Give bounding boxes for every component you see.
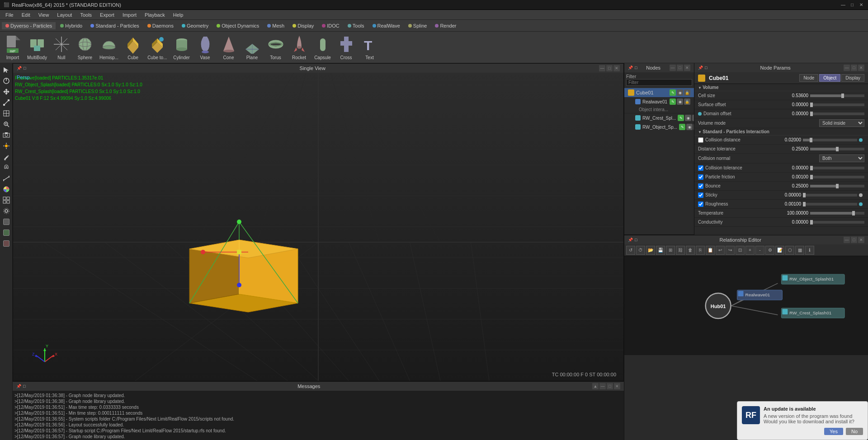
minimize-button[interactable]: —: [840, 2, 846, 8]
np-expand-icon[interactable]: □: [705, 66, 707, 70]
ptool-objdyn[interactable]: Object Dynamics: [213, 22, 263, 29]
param-collision-dist-slider[interactable]: [803, 139, 857, 141]
viewport-close-btn[interactable]: ✕: [613, 65, 620, 71]
menu-file[interactable]: File: [2, 11, 17, 19]
ptool-geometry[interactable]: Geometry: [178, 22, 212, 29]
tool-cone[interactable]: Cone: [220, 34, 238, 60]
tool-plane[interactable]: Plane: [243, 34, 261, 60]
menu-layout[interactable]: Layout: [53, 11, 75, 19]
tool-settings[interactable]: [1, 206, 11, 216]
np-minimize-btn[interactable]: —: [844, 65, 850, 71]
node-crest-edit-btn[interactable]: ✎: [678, 115, 684, 121]
close-button[interactable]: ✕: [858, 2, 864, 8]
tool-scale[interactable]: [1, 98, 11, 108]
node-vis-btn[interactable]: ◉: [677, 89, 683, 96]
rel-canvas[interactable]: Hub01 Realwave01 RW_Object_Splash01 RW: [624, 256, 868, 355]
tool-cubeto[interactable]: Cube to...: [147, 34, 167, 60]
param-sticky-slider[interactable]: [803, 194, 857, 197]
ptool-tools[interactable]: Tools: [344, 22, 368, 29]
rel-minimize-btn[interactable]: —: [844, 237, 850, 243]
menu-playback[interactable]: Playback: [141, 11, 169, 19]
node-rw-crest[interactable]: RW_Crest_Spl... ✎ ◉ 🔒: [624, 113, 694, 122]
menu-export[interactable]: Export: [96, 11, 118, 19]
section-volume[interactable]: Volume: [694, 84, 868, 91]
collision-dist-cb[interactable]: [698, 137, 703, 143]
ptool-realwave[interactable]: RealWave: [369, 22, 404, 29]
node-obj-edit-btn[interactable]: ✎: [679, 124, 685, 130]
param-surface-offset-slider[interactable]: [810, 103, 864, 106]
rel-close-btn[interactable]: ✕: [858, 237, 864, 243]
param-cell-size-slider[interactable]: [810, 94, 864, 97]
particle-friction-cb[interactable]: [698, 174, 703, 180]
rel-tool-open[interactable]: 📂: [646, 246, 655, 255]
ptool-hybrido[interactable]: Hybrido: [57, 22, 86, 29]
collision-tol-cb[interactable]: [698, 165, 703, 171]
messages-close-btn[interactable]: ✕: [614, 383, 620, 389]
tool-cylinder[interactable]: Cylinder: [173, 34, 191, 60]
volume-mode-select[interactable]: Solid inside Solid outside: [819, 119, 864, 127]
roughness-cb[interactable]: [698, 201, 703, 207]
messages-scroll-up[interactable]: ▲: [592, 383, 599, 389]
tool-grid[interactable]: [1, 195, 11, 205]
menu-help[interactable]: Help: [170, 11, 187, 19]
tool-paint[interactable]: [1, 152, 11, 162]
tool-import[interactable]: IMP Import: [4, 34, 22, 60]
tool-cube[interactable]: Cube: [124, 34, 142, 60]
rel-tool-zoom-in[interactable]: +: [745, 246, 755, 255]
tool-light[interactable]: [1, 141, 11, 151]
tool-vase[interactable]: Vase: [196, 34, 214, 60]
nodes-close-btn[interactable]: ✕: [684, 65, 690, 71]
menu-edit[interactable]: Edit: [18, 11, 34, 19]
tool-cross[interactable]: Cross: [337, 34, 355, 60]
node-realwave01[interactable]: Realwave01 ✎ ◉ 🔒: [624, 97, 694, 106]
tool-magnet[interactable]: [1, 163, 11, 173]
node-obj-lock-btn[interactable]: 🔒: [693, 124, 694, 130]
sticky-cb[interactable]: [698, 192, 703, 198]
rel-tool-zoom-out[interactable]: -: [755, 246, 764, 255]
tool-measure[interactable]: [1, 173, 11, 183]
rel-tool-cursor[interactable]: ↺: [626, 246, 635, 255]
param-particle-friction-slider[interactable]: [810, 176, 864, 178]
viewport-minimize-btn[interactable]: —: [599, 65, 605, 71]
param-coll-tol-slider[interactable]: [810, 167, 864, 169]
np-expand-btn[interactable]: □: [851, 65, 857, 71]
messages-content[interactable]: >[12/May/2019 01:36:38] - Graph node lib…: [13, 391, 624, 440]
rel-tool-delete[interactable]: 🗑: [686, 246, 695, 255]
node-crest-lock-btn[interactable]: 🔒: [692, 115, 694, 121]
rel-tool-zoom-fit[interactable]: ⊡: [736, 246, 745, 255]
rel-tool-options[interactable]: ⚙: [765, 246, 774, 255]
node-rw-lock-btn[interactable]: 🔒: [684, 98, 690, 105]
np-tab-node[interactable]: Node: [799, 74, 818, 82]
param-domain-offset-slider[interactable]: [810, 112, 864, 115]
node-crest-vis-btn[interactable]: ◉: [685, 115, 691, 121]
node-edit-btn[interactable]: ✎: [670, 89, 676, 96]
tool-torus[interactable]: Torus: [267, 34, 285, 60]
rel-expand-icon[interactable]: □: [635, 238, 637, 242]
ptool-daemons[interactable]: Daemons: [144, 22, 177, 29]
tool-color[interactable]: [1, 184, 11, 194]
rel-tool-save[interactable]: 💾: [656, 246, 665, 255]
param-bounce-slider[interactable]: [810, 185, 864, 187]
rel-tool-script[interactable]: 📝: [775, 246, 784, 255]
tool-text[interactable]: T Text: [361, 34, 379, 60]
viewport[interactable]: 📌 □ Single View — □ ✕: [13, 63, 624, 381]
menu-tools[interactable]: Tools: [76, 11, 95, 19]
ptool-render[interactable]: Render: [431, 22, 460, 29]
tool-pan[interactable]: [1, 108, 11, 118]
rel-tool-paste[interactable]: 📋: [706, 246, 715, 255]
rel-tool-undo[interactable]: ↩: [716, 246, 725, 255]
ptool-display[interactable]: Display: [289, 22, 317, 29]
menu-view[interactable]: View: [35, 11, 53, 19]
tool-move[interactable]: [1, 87, 11, 97]
rel-tool-info[interactable]: ℹ: [805, 246, 814, 255]
rel-tool-copy[interactable]: ⎘: [696, 246, 705, 255]
messages-expand-icon[interactable]: □: [23, 384, 25, 389]
tool-rocket[interactable]: Rocket: [290, 34, 308, 60]
nodes-expand-btn[interactable]: □: [677, 65, 683, 71]
messages-expand-btn[interactable]: □: [607, 383, 613, 389]
node-obj-vis-btn[interactable]: ◉: [686, 124, 693, 130]
messages-minimize-btn[interactable]: —: [599, 383, 606, 389]
rel-tool-redo[interactable]: ↪: [726, 246, 735, 255]
collision-normal-select[interactable]: Both Inner Outer: [819, 154, 864, 162]
tool-tag3[interactable]: [1, 239, 11, 248]
